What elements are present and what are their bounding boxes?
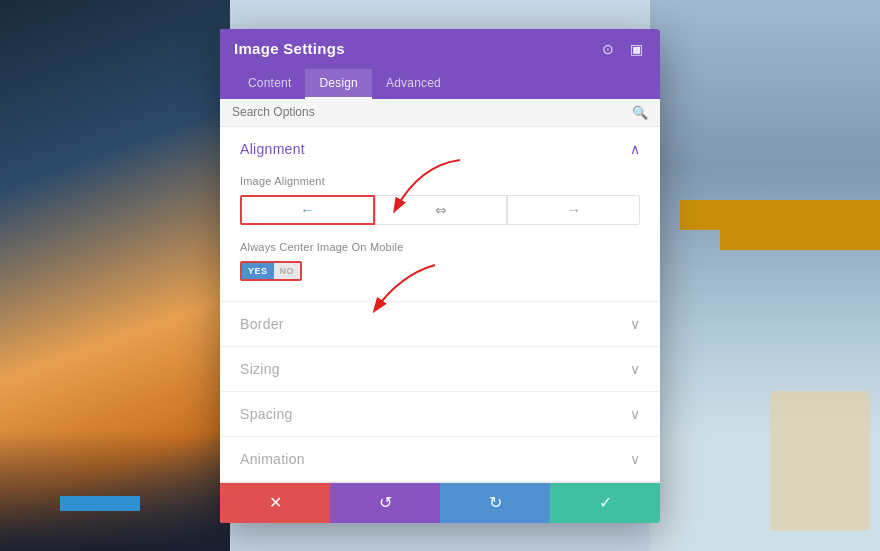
tab-content[interactable]: Content (234, 69, 305, 99)
background-left (0, 0, 230, 551)
chevron-down-icon-2: ∨ (630, 361, 640, 377)
bg-horizon (0, 431, 230, 551)
section-animation-header[interactable]: Animation ∨ (220, 437, 660, 481)
section-sizing: Sizing ∨ (220, 347, 660, 392)
section-sizing-header[interactable]: Sizing ∨ (220, 347, 660, 391)
align-left-button[interactable]: ← (240, 195, 375, 225)
section-border: Border ∨ (220, 302, 660, 347)
section-spacing-title: Spacing (240, 406, 293, 422)
redo-button[interactable]: ↻ (440, 483, 550, 523)
modal-tabs: Content Design Advanced (220, 69, 660, 99)
align-right-icon: → (567, 202, 581, 218)
target-icon[interactable]: ⊙ (598, 39, 618, 59)
section-animation-title: Animation (240, 451, 305, 467)
alignment-buttons: ← ⇔ → (240, 195, 640, 225)
section-spacing: Spacing ∨ (220, 392, 660, 437)
section-animation: Animation ∨ (220, 437, 660, 482)
modal-header-icons: ⊙ ▣ (598, 39, 646, 59)
modal-footer: ✕ ↺ ↻ ✓ (220, 482, 660, 523)
background-right (650, 0, 880, 551)
section-alignment-content: Image Alignment ← ⇔ → Always Center Imag… (220, 171, 660, 301)
section-border-header[interactable]: Border ∨ (220, 302, 660, 346)
search-input[interactable] (232, 105, 632, 119)
chevron-down-icon-3: ∨ (630, 406, 640, 422)
section-alignment-header[interactable]: Alignment ∧ (220, 127, 660, 171)
modal-header: Image Settings ⊙ ▣ (220, 29, 660, 69)
chevron-down-icon: ∨ (630, 316, 640, 332)
layout-icon[interactable]: ▣ (626, 39, 646, 59)
center-mobile-toggle[interactable]: YES NO (240, 261, 302, 281)
toggle-yes-label: YES (242, 263, 274, 279)
center-mobile-label: Always Center Image On Mobile (240, 241, 640, 253)
modal-title: Image Settings (234, 40, 345, 57)
section-sizing-title: Sizing (240, 361, 280, 377)
save-button[interactable]: ✓ (550, 483, 660, 523)
section-spacing-header[interactable]: Spacing ∨ (220, 392, 660, 436)
align-center-button[interactable]: ⇔ (375, 195, 508, 225)
undo-button[interactable]: ↺ (330, 483, 440, 523)
section-alignment: Alignment ∧ Image Alignment ← ⇔ → (220, 127, 660, 302)
search-bar: 🔍 (220, 99, 660, 127)
bg-gold-bar (680, 200, 880, 230)
bg-blue-bar (60, 496, 140, 511)
section-border-title: Border (240, 316, 284, 332)
bg-ferris (770, 391, 870, 531)
modal-body: Alignment ∧ Image Alignment ← ⇔ → (220, 127, 660, 482)
tab-advanced[interactable]: Advanced (372, 69, 455, 99)
bg-gold-bar2 (720, 230, 880, 250)
image-settings-modal: Image Settings ⊙ ▣ Content Design Advanc… (220, 29, 660, 523)
chevron-down-icon-4: ∨ (630, 451, 640, 467)
tab-design[interactable]: Design (305, 69, 372, 99)
align-left-icon: ← (300, 202, 314, 218)
chevron-up-icon: ∧ (630, 141, 640, 157)
toggle-no-label: NO (274, 263, 301, 279)
section-alignment-title: Alignment (240, 141, 305, 157)
align-center-icon: ⇔ (435, 202, 447, 218)
align-right-button[interactable]: → (507, 195, 640, 225)
toggle-row: YES NO (240, 261, 640, 281)
image-alignment-label: Image Alignment (240, 175, 640, 187)
search-icon: 🔍 (632, 105, 648, 120)
cancel-button[interactable]: ✕ (220, 483, 330, 523)
